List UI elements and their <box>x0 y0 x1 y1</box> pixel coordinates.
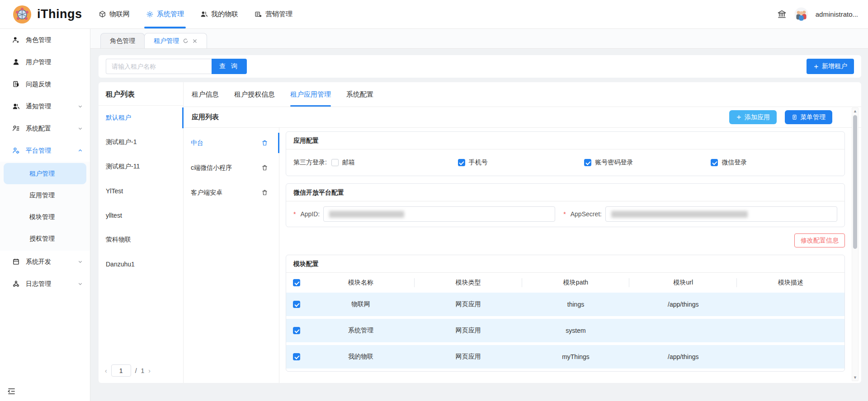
modify-config-row: 修改配置信息 <box>286 233 845 247</box>
sidebar-item-system-config[interactable]: 系统配置 <box>0 117 90 140</box>
table-row[interactable]: 系统管理 网页应用 system <box>286 319 844 342</box>
query-button[interactable]: 查 询 <box>212 59 247 74</box>
page-number-input[interactable] <box>111 364 131 377</box>
tenant-item-label: 测试租户-11 <box>106 163 140 171</box>
sidebar-item-auth-mgmt[interactable]: 授权管理 <box>4 228 86 249</box>
sidebar-item-user[interactable]: 用户管理 <box>0 51 90 73</box>
app-item[interactable]: 中台 <box>184 131 279 155</box>
delete-icon[interactable] <box>261 140 268 146</box>
brand: iThings <box>13 5 92 24</box>
page-separator: / <box>135 367 137 374</box>
plus-icon <box>813 64 819 70</box>
app-item-label: 中台 <box>191 139 203 147</box>
delete-icon[interactable] <box>261 189 268 196</box>
username[interactable]: administrato... <box>816 10 858 18</box>
checkbox-label: 微信登录 <box>722 159 747 167</box>
sidebar-item-tenant-mgmt[interactable]: 租户管理 <box>4 163 86 184</box>
cell-module-path: myThings <box>522 353 630 360</box>
module-config-panel: 模块配置 模块名称 模块类型 模块path 模块url 模块描述 <box>286 255 845 372</box>
cell-module-type: 网页应用 <box>415 353 522 361</box>
sidebar-item-role[interactable]: 角色管理 <box>0 29 90 51</box>
topnav-system[interactable]: 系统管理 <box>140 0 190 28</box>
sidebar-item-app-mgmt[interactable]: 应用管理 <box>4 185 86 206</box>
row-checkbox[interactable] <box>293 327 300 334</box>
scroll-down-icon[interactable]: ▼ <box>853 374 857 381</box>
app-item[interactable]: 客户端安卓 <box>184 180 279 205</box>
topnav-my-iot[interactable]: 我的物联 <box>194 0 245 28</box>
sidebar-item-label: 用户管理 <box>26 58 51 66</box>
tenant-item[interactable]: Danzuhu1 <box>99 252 183 276</box>
row-checkbox[interactable] <box>293 353 300 360</box>
tenant-detail-panel: 租户信息 租户授权信息 租户应用管理 系统配置 应用列表 添加应 <box>184 82 861 383</box>
refresh-icon[interactable] <box>183 38 189 44</box>
next-page-icon[interactable]: › <box>148 367 151 374</box>
tab-tenant-info[interactable]: 租户信息 <box>192 82 219 107</box>
sidebar-item-module-mgmt[interactable]: 模块管理 <box>4 206 86 228</box>
cell-module-type: 网页应用 <box>415 326 522 335</box>
tenant-item[interactable]: 萤科物联 <box>99 228 183 252</box>
sidebar-item-label: 系统配置 <box>26 125 51 133</box>
tab-tenant-mgmt[interactable]: 租户管理 <box>144 33 207 48</box>
tenant-item-label: 萤科物联 <box>106 236 131 244</box>
cell-module-path: system <box>522 327 630 334</box>
cell-module-type: 网页应用 <box>415 300 522 308</box>
sidebar-item-notification[interactable]: 通知管理 <box>0 95 90 117</box>
add-app-label: 添加应用 <box>745 113 770 121</box>
tenant-item[interactable]: 测试租户-1 <box>99 130 183 154</box>
sidebar-item-dev[interactable]: 系统开发 <box>0 251 90 273</box>
sidebar-item-label: 平台管理 <box>26 147 51 155</box>
prev-page-icon[interactable]: ‹ <box>105 367 107 374</box>
gear-icon <box>146 10 154 18</box>
sidebar-item-platform[interactable]: 平台管理 <box>0 140 90 162</box>
tenant-search-input[interactable] <box>106 59 212 74</box>
sidebar: 角色管理 用户管理 问题反馈 通知管理 系 <box>0 29 90 401</box>
add-tenant-button[interactable]: 新增租户 <box>807 59 854 74</box>
tenant-item[interactable]: 默认租户 <box>99 106 183 130</box>
chevron-down-icon <box>78 126 83 131</box>
scrollbar-thumb[interactable] <box>853 115 857 249</box>
login-option-password: 账号密码登录 <box>584 159 711 167</box>
page-total: 1 <box>141 367 145 374</box>
add-app-button[interactable]: 添加应用 <box>729 110 777 124</box>
top-menu: 物联网 系统管理 我的物联 营销管理 <box>92 0 299 28</box>
menu-mgmt-button[interactable]: 菜单管理 <box>785 110 832 124</box>
topnav-iot[interactable]: 物联网 <box>92 0 136 28</box>
app-item-label: 客户端安卓 <box>191 189 222 197</box>
table-row[interactable]: 物联网 网页应用 things /app/things <box>286 293 844 316</box>
detail-scrollbar[interactable]: ▲ ▼ <box>852 107 859 381</box>
tab-tenant-apps[interactable]: 租户应用管理 <box>290 82 331 107</box>
tab-system-config[interactable]: 系统配置 <box>346 82 373 107</box>
tenant-item[interactable]: ylltest <box>99 203 183 228</box>
tenant-item-label: 默认租户 <box>106 114 131 122</box>
tenant-item[interactable]: 测试租户-11 <box>99 154 183 179</box>
delete-icon[interactable] <box>261 164 268 171</box>
scroll-up-icon[interactable]: ▲ <box>853 108 857 114</box>
checkbox-checked[interactable] <box>584 159 591 166</box>
tab-tenant-auth[interactable]: 租户授权信息 <box>234 82 275 107</box>
close-icon[interactable] <box>192 38 198 44</box>
user-avatar[interactable] <box>794 7 808 21</box>
sidebar-item-label: 问题反馈 <box>26 80 51 89</box>
sidebar-item-feedback[interactable]: 问题反馈 <box>0 73 90 95</box>
appsecret-input[interactable] <box>605 206 837 222</box>
column-header: 模块path <box>522 279 630 287</box>
cube-icon <box>99 10 106 18</box>
checkbox-checked[interactable] <box>711 159 718 166</box>
app-item[interactable]: c端微信小程序 <box>184 155 279 180</box>
search-card: 查 询 新增租户 <box>99 55 861 78</box>
tenant-item-label: Danzuhu1 <box>106 261 135 268</box>
appid-input[interactable] <box>323 206 555 222</box>
table-row[interactable]: 我的物联 网页应用 myThings /app/things <box>286 345 844 368</box>
select-all-checkbox[interactable] <box>293 279 300 286</box>
topnav-marketing[interactable]: 营销管理 <box>248 0 299 28</box>
checkbox-checked[interactable] <box>458 159 465 166</box>
bank-icon[interactable] <box>777 9 787 19</box>
tenant-item[interactable]: YlTest <box>99 179 183 203</box>
row-checkbox[interactable] <box>293 301 300 308</box>
sidebar-item-log[interactable]: 日志管理 <box>0 273 90 295</box>
modify-config-button[interactable]: 修改配置信息 <box>794 233 845 247</box>
navbar-right: administrato... <box>777 7 868 21</box>
tab-role-mgmt[interactable]: 角色管理 <box>100 33 145 48</box>
sidebar-collapse-icon[interactable] <box>7 387 16 396</box>
checkbox-unchecked[interactable] <box>331 159 339 166</box>
